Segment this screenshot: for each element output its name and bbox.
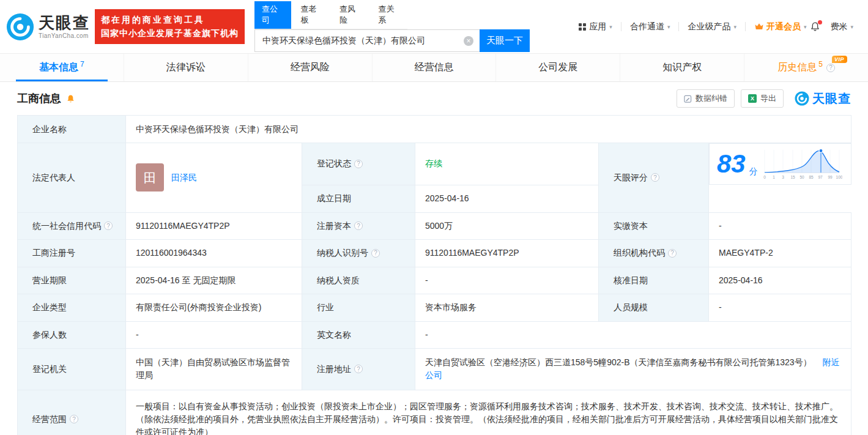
staff-size-value: - [709, 294, 851, 321]
reg-capital-label: 注册资本? [302, 212, 415, 239]
credit-code-value: 91120116MAEGY4TP2P [126, 212, 302, 239]
apps-grid-icon [578, 23, 587, 31]
search-tab-relation[interactable]: 查关系 [371, 1, 408, 29]
tab-operating-risk[interactable]: 经营风险 [248, 54, 373, 81]
paid-capital-value: - [709, 212, 851, 239]
business-scope-label: 经营范围? [18, 390, 126, 435]
brand-name: 天眼查 [39, 15, 90, 31]
english-name-label: 英文名称 [302, 321, 415, 348]
menu-enterprise-label: 企业级产品 [688, 21, 730, 32]
notification-dot [818, 20, 822, 24]
svg-text:100: 100 [836, 175, 842, 179]
menu-user[interactable]: 费米 ▾ [830, 21, 853, 32]
company-type-label: 企业类型 [18, 294, 126, 321]
watermark-logo: 天眼查 [795, 91, 851, 107]
search-block: 查公司 查老板 查风险 查关系 × 天眼一下 [254, 1, 530, 52]
search-tab-risk[interactable]: 查风险 [332, 1, 369, 29]
top-header: 天眼查 TianYanCha.com 都在用的商业查询工具 国家中小企业发展子基… [0, 0, 868, 54]
tianyancha-logo-icon [6, 13, 34, 41]
reg-number-value: 120116001964343 [126, 239, 302, 267]
menu-partner-label: 合作通道 [630, 21, 664, 32]
score-marker [819, 149, 823, 153]
tab-label: 历史信息 [777, 61, 817, 74]
svg-text:3: 3 [782, 175, 784, 179]
svg-text:99: 99 [828, 175, 833, 179]
tab-legal-litigation[interactable]: 法律诉讼 [124, 54, 248, 81]
score-label: 天眼评分? [599, 143, 709, 213]
taxpayer-id-value: 91120116MAEGY4TP2P [415, 239, 599, 267]
data-correction-button[interactable]: 数据纠错 [677, 89, 735, 108]
search-input-wrap: × [254, 29, 480, 52]
chevron-down-icon: ▾ [609, 24, 612, 30]
help-icon[interactable]: ? [354, 160, 363, 168]
section-title: 工商信息 [17, 91, 61, 106]
company-name-label: 企业名称 [18, 116, 126, 143]
brand-slogan: 都在用的商业查询工具 国家中小企业发展子基金旗下机构 [95, 9, 245, 44]
reg-number-label: 工商注册号 [18, 239, 126, 267]
menu-partner[interactable]: 合作通道 ▾ [630, 21, 670, 32]
score-value: 83 分 0 1 3 15 [709, 143, 851, 185]
tab-label: 经营风险 [291, 61, 330, 74]
search-tab-boss[interactable]: 查老板 [294, 1, 330, 29]
menu-apps[interactable]: 应用 ▾ [578, 21, 612, 32]
vip-badge: VIP [832, 56, 847, 63]
menu-open-vip[interactable]: 开通会员 ▾ [754, 21, 807, 32]
reg-authority-value: 中国（天津）自由贸易试验区市场监督管理局 [126, 348, 302, 390]
help-icon[interactable]: ? [70, 415, 78, 423]
menu-enterprise[interactable]: 企业级产品 ▾ [688, 21, 736, 32]
legal-rep-label: 法定代表人 [18, 143, 126, 213]
notifications-bell[interactable] [810, 21, 820, 32]
company-type-value: 有限责任公司(外商投资企业投资) [126, 294, 302, 321]
business-scope-value: 一般项目：以自有资金从事投资活动；创业投资（限投资未上市企业）；园区管理服务；资… [126, 390, 851, 435]
search-tab-company[interactable]: 查公司 [254, 1, 291, 29]
tab-history-info[interactable]: VIP 历史信息 5 ? [744, 54, 868, 81]
data-correction-label: 数据纠错 [696, 93, 727, 104]
help-icon[interactable]: ? [354, 365, 363, 373]
company-name-value: 中资环天保绿色循环投资（天津）有限公司 [126, 116, 851, 143]
paid-capital-label: 实缴资本 [599, 212, 709, 239]
export-button[interactable]: X 导出 [741, 89, 784, 108]
section-bar: 工商信息 数据纠错 X 导出 天眼查 [0, 82, 868, 115]
top-menu: 应用 ▾ 合作通道 ▾ 企业级产品 ▾ 开通会员 ▾ [578, 21, 853, 32]
help-icon[interactable]: ? [651, 173, 659, 182]
tab-count: 7 [80, 60, 84, 69]
svg-text:97: 97 [818, 175, 823, 179]
tianyancha-logo[interactable]: 天眼查 TianYanCha.com [6, 13, 90, 41]
legal-rep-link[interactable]: 田泽民 [171, 171, 197, 184]
crown-icon [754, 23, 764, 31]
establish-date-label: 成立日期 [302, 185, 415, 212]
search-input[interactable] [254, 29, 480, 52]
reg-status-value: 存续 [415, 143, 599, 185]
taxpayer-qual-label: 纳税人资质 [302, 267, 415, 294]
tab-label: 法律诉讼 [166, 61, 206, 74]
info-icon[interactable]: ? [826, 64, 835, 72]
legal-rep-avatar: 田 [136, 163, 164, 191]
insured-count-label: 参保人数 [18, 321, 126, 348]
clear-icon[interactable]: × [464, 36, 473, 46]
reg-address-label: 注册地址? [302, 348, 415, 390]
svg-text:50: 50 [799, 175, 804, 179]
watermark-logo-text: 天眼查 [812, 91, 851, 107]
business-term-label: 营业期限 [18, 267, 126, 294]
chevron-down-icon: ▾ [733, 24, 736, 30]
export-label: 导出 [760, 93, 776, 104]
help-icon[interactable]: ? [371, 249, 380, 258]
chevron-down-icon: ▾ [850, 24, 853, 30]
approval-date-value: 2025-04-16 [709, 267, 851, 294]
tab-basic-info[interactable]: 基本信息 7 [0, 54, 124, 81]
insured-count-value: - [126, 321, 302, 348]
approval-date-label: 核准日期 [599, 267, 709, 294]
taxpayer-qual-value: - [415, 267, 599, 294]
tab-operating-info[interactable]: 经营信息 [373, 54, 497, 81]
help-icon[interactable]: ? [354, 221, 363, 230]
tab-label: 基本信息 [39, 61, 78, 74]
tab-intellectual-property[interactable]: 知识产权 [620, 54, 744, 81]
svg-text:0: 0 [763, 175, 766, 179]
tab-company-development[interactable]: 公司发展 [496, 54, 620, 81]
subscribe-bell-icon[interactable] [66, 94, 75, 103]
help-icon[interactable]: ? [104, 221, 113, 230]
menu-apps-label: 应用 [589, 21, 606, 32]
help-icon[interactable]: ? [668, 249, 677, 258]
search-button[interactable]: 天眼一下 [480, 29, 530, 52]
credit-code-label: 统一社会信用代码? [18, 212, 126, 239]
